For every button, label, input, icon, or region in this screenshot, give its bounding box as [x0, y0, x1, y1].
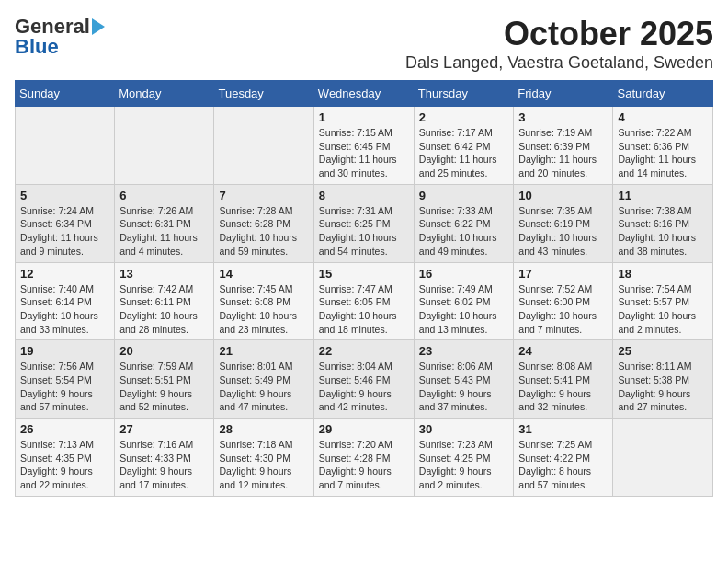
- day-number: 11: [618, 189, 708, 202]
- day-number: 10: [518, 189, 608, 202]
- day-number: 28: [219, 422, 308, 436]
- header-sunday: Sunday: [16, 81, 115, 107]
- day-detail: Sunrise: 8:11 AM Sunset: 5:38 PM Dayligh…: [618, 360, 708, 414]
- day-number: 13: [119, 267, 209, 281]
- day-number: 1: [319, 110, 409, 124]
- table-row: 2Sunrise: 7:17 AM Sunset: 6:42 PM Daylig…: [414, 107, 514, 185]
- table-row: 28Sunrise: 7:18 AM Sunset: 4:30 PM Dayli…: [214, 419, 313, 497]
- day-detail: Sunrise: 8:01 AM Sunset: 5:49 PM Dayligh…: [219, 360, 308, 414]
- table-row: 19Sunrise: 7:56 AM Sunset: 5:54 PM Dayli…: [16, 340, 115, 419]
- table-row: [214, 107, 313, 185]
- day-detail: Sunrise: 7:56 AM Sunset: 5:54 PM Dayligh…: [20, 360, 109, 414]
- calendar-week-row: 5Sunrise: 7:24 AM Sunset: 6:34 PM Daylig…: [16, 184, 713, 262]
- day-number: 14: [219, 267, 308, 281]
- day-number: 26: [20, 422, 109, 436]
- day-number: 20: [119, 344, 209, 358]
- calendar-title: October 2025: [405, 15, 713, 53]
- table-row: 10Sunrise: 7:35 AM Sunset: 6:19 PM Dayli…: [514, 184, 613, 262]
- day-detail: Sunrise: 7:38 AM Sunset: 6:16 PM Dayligh…: [618, 204, 708, 259]
- day-detail: Sunrise: 7:20 AM Sunset: 4:28 PM Dayligh…: [319, 438, 409, 492]
- table-row: [115, 107, 214, 185]
- day-detail: Sunrise: 7:31 AM Sunset: 6:25 PM Dayligh…: [319, 204, 409, 259]
- table-row: 4Sunrise: 7:22 AM Sunset: 6:36 PM Daylig…: [613, 107, 713, 185]
- table-row: 25Sunrise: 8:11 AM Sunset: 5:38 PM Dayli…: [613, 340, 713, 419]
- day-number: 12: [20, 267, 109, 281]
- day-number: 18: [618, 267, 708, 281]
- day-detail: Sunrise: 7:49 AM Sunset: 6:02 PM Dayligh…: [419, 282, 509, 337]
- day-detail: Sunrise: 7:15 AM Sunset: 6:45 PM Dayligh…: [319, 126, 409, 180]
- day-number: 22: [319, 344, 409, 358]
- day-detail: Sunrise: 7:47 AM Sunset: 6:05 PM Dayligh…: [319, 282, 409, 337]
- table-row: 5Sunrise: 7:24 AM Sunset: 6:34 PM Daylig…: [16, 184, 115, 262]
- table-row: 31Sunrise: 7:25 AM Sunset: 4:22 PM Dayli…: [514, 419, 613, 497]
- table-row: 29Sunrise: 7:20 AM Sunset: 4:28 PM Dayli…: [313, 419, 414, 497]
- day-number: 15: [319, 267, 409, 281]
- day-detail: Sunrise: 7:40 AM Sunset: 6:14 PM Dayligh…: [20, 282, 109, 337]
- logo: General Blue: [15, 15, 105, 59]
- table-row: 12Sunrise: 7:40 AM Sunset: 6:14 PM Dayli…: [16, 262, 115, 340]
- day-detail: Sunrise: 7:16 AM Sunset: 4:33 PM Dayligh…: [119, 438, 209, 492]
- day-detail: Sunrise: 7:19 AM Sunset: 6:39 PM Dayligh…: [518, 126, 608, 180]
- day-detail: Sunrise: 7:54 AM Sunset: 5:57 PM Dayligh…: [618, 282, 708, 337]
- table-row: 6Sunrise: 7:26 AM Sunset: 6:31 PM Daylig…: [115, 184, 214, 262]
- day-detail: Sunrise: 7:17 AM Sunset: 6:42 PM Dayligh…: [419, 126, 509, 180]
- day-number: 4: [618, 110, 708, 124]
- day-detail: Sunrise: 7:23 AM Sunset: 4:25 PM Dayligh…: [419, 438, 509, 492]
- day-number: 5: [20, 189, 109, 202]
- calendar-week-row: 12Sunrise: 7:40 AM Sunset: 6:14 PM Dayli…: [16, 262, 713, 340]
- table-row: 7Sunrise: 7:28 AM Sunset: 6:28 PM Daylig…: [214, 184, 313, 262]
- day-detail: Sunrise: 7:28 AM Sunset: 6:28 PM Dayligh…: [219, 204, 308, 259]
- day-number: 31: [518, 422, 608, 436]
- calendar-table: Sunday Monday Tuesday Wednesday Thursday…: [15, 80, 713, 497]
- day-number: 21: [219, 344, 308, 358]
- table-row: 1Sunrise: 7:15 AM Sunset: 6:45 PM Daylig…: [313, 107, 414, 185]
- day-number: 7: [219, 189, 308, 202]
- day-detail: Sunrise: 7:25 AM Sunset: 4:22 PM Dayligh…: [518, 438, 608, 492]
- day-number: 9: [419, 189, 509, 202]
- header-thursday: Thursday: [414, 81, 514, 107]
- day-detail: Sunrise: 7:45 AM Sunset: 6:08 PM Dayligh…: [219, 282, 308, 337]
- days-header-row: Sunday Monday Tuesday Wednesday Thursday…: [16, 81, 713, 107]
- table-row: [16, 107, 115, 185]
- day-number: 17: [518, 267, 608, 281]
- day-detail: Sunrise: 8:08 AM Sunset: 5:41 PM Dayligh…: [518, 360, 608, 414]
- table-row: 11Sunrise: 7:38 AM Sunset: 6:16 PM Dayli…: [613, 184, 713, 262]
- day-number: 16: [419, 267, 509, 281]
- day-number: 23: [419, 344, 509, 358]
- day-number: 27: [119, 422, 209, 436]
- calendar-week-row: 19Sunrise: 7:56 AM Sunset: 5:54 PM Dayli…: [16, 340, 713, 419]
- header-friday: Friday: [514, 81, 613, 107]
- table-row: 3Sunrise: 7:19 AM Sunset: 6:39 PM Daylig…: [514, 107, 613, 185]
- day-number: 25: [618, 344, 708, 358]
- calendar-week-row: 26Sunrise: 7:13 AM Sunset: 4:35 PM Dayli…: [16, 419, 713, 497]
- header-saturday: Saturday: [613, 81, 713, 107]
- day-number: 2: [419, 110, 509, 124]
- table-row: 26Sunrise: 7:13 AM Sunset: 4:35 PM Dayli…: [16, 419, 115, 497]
- table-row: 27Sunrise: 7:16 AM Sunset: 4:33 PM Dayli…: [115, 419, 214, 497]
- title-block: October 2025 Dals Langed, Vaestra Goetal…: [405, 15, 713, 73]
- table-row: 13Sunrise: 7:42 AM Sunset: 6:11 PM Dayli…: [115, 262, 214, 340]
- day-number: 29: [319, 422, 409, 436]
- day-detail: Sunrise: 8:04 AM Sunset: 5:46 PM Dayligh…: [319, 360, 409, 414]
- day-number: 30: [419, 422, 509, 436]
- day-detail: Sunrise: 7:52 AM Sunset: 6:00 PM Dayligh…: [518, 282, 608, 337]
- table-row: 9Sunrise: 7:33 AM Sunset: 6:22 PM Daylig…: [414, 184, 514, 262]
- table-row: 20Sunrise: 7:59 AM Sunset: 5:51 PM Dayli…: [115, 340, 214, 419]
- table-row: 30Sunrise: 7:23 AM Sunset: 4:25 PM Dayli…: [414, 419, 514, 497]
- day-number: 8: [319, 189, 409, 202]
- table-row: 21Sunrise: 8:01 AM Sunset: 5:49 PM Dayli…: [214, 340, 313, 419]
- header-monday: Monday: [115, 81, 214, 107]
- table-row: 15Sunrise: 7:47 AM Sunset: 6:05 PM Dayli…: [313, 262, 414, 340]
- page-header: General Blue October 2025 Dals Langed, V…: [15, 15, 713, 73]
- header-wednesday: Wednesday: [313, 81, 414, 107]
- table-row: 8Sunrise: 7:31 AM Sunset: 6:25 PM Daylig…: [313, 184, 414, 262]
- table-row: [613, 419, 713, 497]
- calendar-subtitle: Dals Langed, Vaestra Goetaland, Sweden: [405, 53, 713, 73]
- table-row: 18Sunrise: 7:54 AM Sunset: 5:57 PM Dayli…: [613, 262, 713, 340]
- table-row: 16Sunrise: 7:49 AM Sunset: 6:02 PM Dayli…: [414, 262, 514, 340]
- day-detail: Sunrise: 7:18 AM Sunset: 4:30 PM Dayligh…: [219, 438, 308, 492]
- day-detail: Sunrise: 7:26 AM Sunset: 6:31 PM Dayligh…: [119, 204, 209, 259]
- day-detail: Sunrise: 7:33 AM Sunset: 6:22 PM Dayligh…: [419, 204, 509, 259]
- day-number: 3: [518, 110, 608, 124]
- table-row: 22Sunrise: 8:04 AM Sunset: 5:46 PM Dayli…: [313, 340, 414, 419]
